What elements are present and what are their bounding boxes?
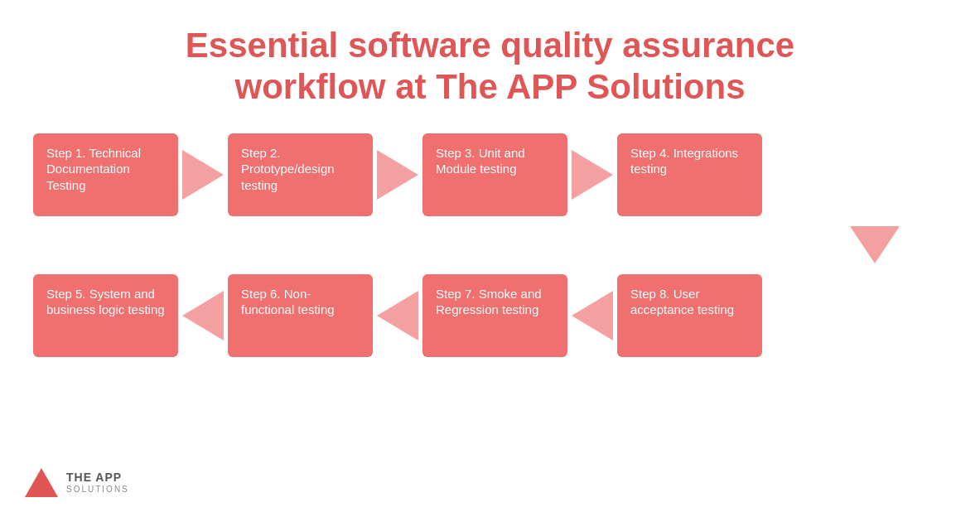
arrow-5-6-icon xyxy=(178,299,228,332)
arrow-3-4-icon xyxy=(567,158,617,191)
logo-text: THE APP SOLUTIONS xyxy=(66,471,129,495)
step-6-box: Step 6. Non-functional testing xyxy=(228,274,373,357)
arrow-down-icon xyxy=(858,225,891,266)
step-3-box: Step 3. Unit and Module testing xyxy=(422,133,567,216)
step-7-box: Step 7. Smoke and Regression testing xyxy=(422,274,567,357)
arrow-1-2-icon xyxy=(178,158,228,191)
step-4-box: Step 4. Integrations testing xyxy=(617,133,762,216)
step-2-box: Step 2. Prototype/design testing xyxy=(228,133,373,216)
arrow-6-7-icon xyxy=(373,299,422,332)
arrow-7-8-icon xyxy=(567,299,617,332)
logo-area: THE APP SOLUTIONS xyxy=(25,468,129,497)
workflow-row-1: Step 1. Technical Documentation Testing … xyxy=(33,133,947,216)
page-title: Essential software quality assurance wor… xyxy=(33,25,947,109)
logo-triangle-icon xyxy=(25,468,58,497)
main-container: Essential software quality assurance wor… xyxy=(0,0,980,512)
logo-the-app: THE APP xyxy=(66,471,129,485)
step-5-box: Step 5. System and business logic testin… xyxy=(33,274,178,357)
step-8-box: Step 8. User acceptance testing xyxy=(617,274,762,357)
arrow-2-3-icon xyxy=(373,158,422,191)
workflow-diagram: Step 1. Technical Documentation Testing … xyxy=(33,133,947,495)
logo-solutions: SOLUTIONS xyxy=(66,485,129,495)
step-1-box: Step 1. Technical Documentation Testing xyxy=(33,133,178,216)
workflow-row-2: Step 8. User acceptance testing Step 7. … xyxy=(33,274,947,357)
